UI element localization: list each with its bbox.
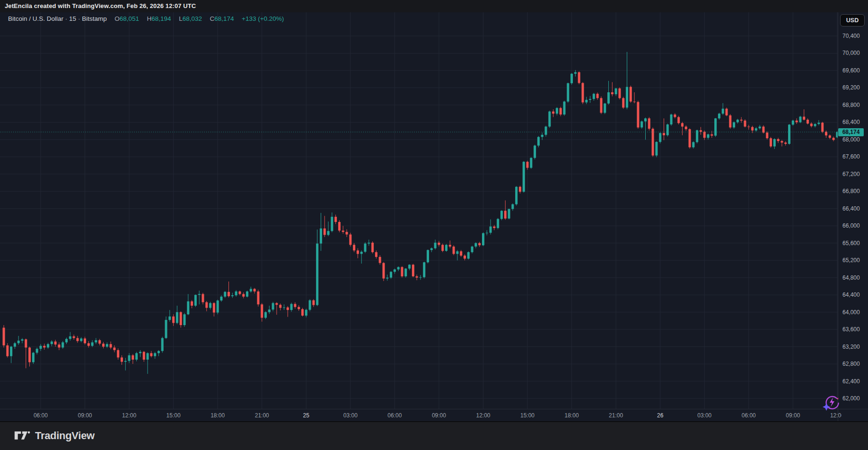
candle	[464, 256, 466, 258]
candle	[154, 353, 156, 356]
time-tick-label: 26	[657, 412, 663, 419]
tradingview-logo-text: TradingView	[35, 430, 95, 442]
candle	[69, 336, 71, 339]
candle	[353, 245, 355, 250]
candle	[744, 121, 746, 127]
candle	[508, 209, 510, 219]
price-tick-label: 64,800	[842, 274, 860, 281]
candle	[726, 109, 728, 115]
tradingview-logo-link[interactable]: TradingView	[14, 430, 95, 442]
candle	[217, 300, 219, 313]
ai-assistant-button[interactable]	[821, 393, 841, 413]
candle	[740, 120, 743, 121]
candle	[692, 142, 694, 147]
candle	[537, 137, 540, 145]
candle	[615, 88, 617, 94]
candle	[390, 272, 392, 277]
candle	[320, 229, 322, 244]
price-tick-label: 68,400	[842, 119, 860, 125]
price-tick-label: 64,000	[842, 309, 860, 316]
candle	[449, 245, 451, 247]
candle	[386, 278, 388, 279]
candle	[21, 339, 23, 341]
candle	[161, 338, 164, 351]
candle	[331, 217, 333, 231]
time-tick-label: 09:00	[432, 412, 446, 419]
candle	[810, 124, 813, 126]
symbol-legend[interactable]: Bitcoin / U.S. Dollar · 15 · Bitstamp O6…	[8, 15, 284, 22]
candle	[637, 102, 639, 128]
candle	[25, 339, 27, 347]
candle	[242, 294, 245, 296]
candle	[268, 309, 271, 312]
candle	[198, 294, 201, 295]
candle	[618, 88, 621, 98]
candle	[467, 252, 470, 259]
candle	[497, 219, 499, 228]
candle	[696, 130, 698, 142]
candle	[360, 252, 363, 254]
candle	[338, 222, 341, 230]
candlestick-chart[interactable]	[0, 12, 838, 409]
candle	[184, 314, 186, 325]
candle	[644, 118, 647, 121]
candle	[478, 243, 481, 246]
time-tick-label: 06:00	[387, 412, 402, 419]
candle	[172, 317, 175, 323]
price-tick-label: 62,800	[842, 361, 860, 367]
candle	[456, 251, 458, 254]
candle	[685, 127, 687, 129]
candle	[95, 340, 97, 343]
candle	[209, 303, 211, 308]
price-tick-label: 63,200	[842, 344, 860, 350]
last-price-badge: 68,174	[838, 128, 864, 136]
candle	[677, 117, 680, 123]
candle	[821, 123, 824, 132]
candle	[220, 297, 222, 300]
ohlc-open-value: 68,051	[120, 15, 139, 22]
candle	[526, 162, 529, 168]
time-tick-label: 15:00	[167, 412, 181, 419]
candle	[165, 320, 167, 338]
candle	[346, 232, 348, 234]
candle	[272, 303, 274, 310]
candle	[316, 244, 318, 305]
candle	[3, 328, 5, 345]
candle	[47, 344, 49, 347]
time-scale[interactable]: 06:0009:0012:0015:0018:0021:002503:0006:…	[0, 409, 868, 422]
candle	[825, 132, 827, 135]
price-scale[interactable]: USD 70,40070,00069,60069,20068,80068,400…	[838, 12, 868, 409]
candle	[589, 99, 591, 100]
candle	[305, 310, 307, 316]
ohlc-close-label: C	[210, 15, 214, 22]
currency-toggle-button[interactable]: USD	[840, 14, 865, 26]
candle	[397, 267, 400, 269]
candle	[294, 304, 296, 307]
candle	[113, 347, 115, 350]
time-tick-label: 09:00	[786, 412, 800, 419]
candle	[327, 231, 330, 235]
candle	[283, 308, 285, 308]
candle	[349, 235, 351, 245]
candle	[65, 339, 68, 342]
candle	[441, 245, 444, 251]
candle	[548, 112, 551, 127]
candle	[205, 302, 208, 308]
candle	[419, 277, 421, 278]
candle	[681, 123, 684, 126]
candle	[28, 347, 31, 362]
time-tick-label: 21:00	[255, 412, 269, 419]
time-tick-label: 03:00	[343, 412, 358, 419]
candle	[121, 357, 123, 362]
candle	[652, 129, 654, 156]
candle	[460, 251, 462, 256]
candle	[202, 294, 204, 302]
candle	[474, 243, 477, 247]
candle	[32, 353, 35, 362]
candle	[511, 204, 514, 209]
candle	[733, 122, 735, 127]
price-tick-label: 68,800	[842, 102, 860, 108]
candle	[585, 100, 587, 102]
candle	[139, 352, 141, 353]
candle	[254, 289, 256, 291]
